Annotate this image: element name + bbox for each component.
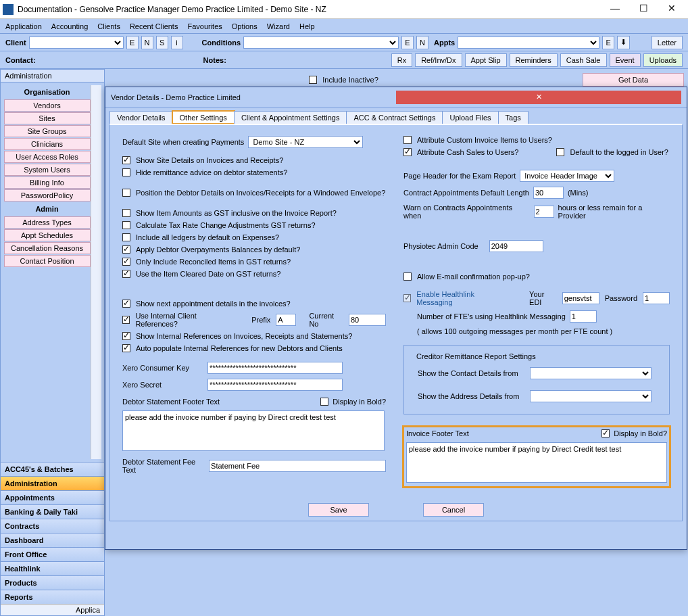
sidebar-btn-vendors[interactable]: Vendors bbox=[4, 99, 91, 112]
sidebar-btn-billing-info[interactable]: Billing Info bbox=[4, 176, 91, 189]
sidebar-header[interactable]: Administration bbox=[1, 70, 104, 82]
conditions-select[interactable] bbox=[243, 37, 399, 49]
nav-appointments[interactable]: Appointments bbox=[1, 490, 104, 504]
maximize-button[interactable]: ☐ bbox=[634, 3, 653, 16]
nav-reports[interactable]: Reports bbox=[1, 590, 104, 604]
currentno-input[interactable] bbox=[349, 314, 386, 326]
debtor-fee-input[interactable] bbox=[209, 460, 386, 472]
letter-button[interactable]: Letter bbox=[652, 36, 683, 49]
enable-healthlink-checkbox[interactable] bbox=[403, 294, 411, 302]
checkbox[interactable] bbox=[122, 189, 130, 197]
fte-input[interactable] bbox=[570, 310, 597, 323]
your-edi-input[interactable] bbox=[562, 292, 599, 304]
menu-help[interactable]: Help bbox=[299, 22, 315, 30]
xero-secret-input[interactable] bbox=[207, 379, 343, 391]
allow-email-checkbox[interactable] bbox=[403, 273, 412, 281]
appts-e-button[interactable]: E bbox=[602, 36, 614, 49]
warn-contracts-input[interactable] bbox=[534, 206, 554, 218]
menu-wizard[interactable]: Wizard bbox=[267, 22, 290, 30]
xero-consumer-key-input[interactable] bbox=[207, 362, 343, 374]
checkbox[interactable] bbox=[122, 300, 130, 308]
cancel-button[interactable]: Cancel bbox=[423, 503, 484, 517]
default-logged-checkbox[interactable] bbox=[556, 148, 564, 156]
invoice-footer-textarea[interactable]: please add the invoice number if paying … bbox=[406, 442, 667, 483]
cash-sale-button[interactable]: Cash Sale bbox=[560, 53, 607, 67]
nav-front-office[interactable]: Front Office bbox=[1, 547, 104, 561]
contract-length-input[interactable] bbox=[533, 187, 564, 199]
sidebar-btn-sites[interactable]: Sites bbox=[4, 112, 91, 124]
checkbox[interactable] bbox=[122, 258, 130, 266]
client-e-button[interactable]: E bbox=[126, 36, 139, 49]
appt-slip-button[interactable]: Appt Slip bbox=[465, 53, 507, 67]
checkbox[interactable] bbox=[122, 233, 130, 241]
menu-accounting[interactable]: Accounting bbox=[51, 22, 88, 30]
tab-vendor-details[interactable]: Vendor Details bbox=[109, 111, 173, 124]
nav-acc-s-batches[interactable]: ACC45's & Batches bbox=[1, 462, 104, 476]
attr-custom-checkbox[interactable] bbox=[403, 136, 412, 144]
password-input[interactable] bbox=[643, 292, 670, 304]
sidebar-btn-system-users[interactable]: System Users bbox=[4, 164, 91, 176]
default-site-select[interactable]: Demo Site - NZ bbox=[248, 136, 363, 148]
sidebar-btn-passwordpolicy[interactable]: PasswordPolicy bbox=[4, 189, 91, 202]
client-select[interactable] bbox=[29, 37, 124, 49]
include-inactive-checkbox[interactable] bbox=[309, 76, 317, 84]
sidebar-btn-user-access-roles[interactable]: User Access Roles bbox=[4, 151, 91, 163]
checkbox[interactable] bbox=[122, 332, 130, 340]
tab-other-settings[interactable]: Other Settings bbox=[172, 111, 235, 124]
nav-contracts[interactable]: Contracts bbox=[1, 519, 104, 533]
client-s-button[interactable]: S bbox=[156, 36, 168, 49]
minimize-button[interactable]: — bbox=[606, 3, 624, 16]
reminders-button[interactable]: Reminders bbox=[510, 53, 558, 67]
tab-tags[interactable]: Tags bbox=[498, 111, 529, 124]
save-button[interactable]: Save bbox=[308, 503, 369, 517]
sidebar-btn-appt-schedules[interactable]: Appt Schedules bbox=[4, 229, 91, 241]
attr-cash-checkbox[interactable] bbox=[403, 148, 412, 156]
nav-banking-daily-taki[interactable]: Banking & Daily Taki bbox=[1, 504, 104, 519]
checkbox[interactable] bbox=[122, 270, 130, 278]
checkbox[interactable] bbox=[122, 168, 130, 176]
debtor-statement-footer-textarea[interactable]: please add the invoice number if paying … bbox=[122, 410, 385, 451]
checkbox[interactable] bbox=[122, 344, 130, 352]
event-button[interactable]: Event bbox=[610, 53, 641, 67]
tab-acc-contract-settings[interactable]: ACC & Contract Settings bbox=[346, 111, 443, 124]
physiotec-input[interactable] bbox=[489, 240, 543, 252]
show-address-select[interactable] bbox=[530, 390, 652, 402]
conditions-e-button[interactable]: E bbox=[401, 36, 414, 49]
checkbox[interactable] bbox=[122, 221, 130, 229]
nav-products[interactable]: Products bbox=[1, 575, 104, 590]
appts-select[interactable] bbox=[458, 37, 599, 49]
download-icon[interactable]: ⬇ bbox=[617, 36, 630, 49]
rx-button[interactable]: Rx bbox=[391, 53, 412, 67]
nav-dashboard[interactable]: Dashboard bbox=[1, 533, 104, 547]
sidebar-btn-address-types[interactable]: Address Types bbox=[4, 216, 91, 229]
checkbox[interactable] bbox=[122, 245, 130, 254]
tab-upload-files[interactable]: Upload Files bbox=[442, 111, 498, 124]
checkbox[interactable] bbox=[122, 156, 130, 164]
sidebar-btn-site-groups[interactable]: Site Groups bbox=[4, 125, 91, 137]
menu-options[interactable]: Options bbox=[232, 22, 257, 30]
sidebar-btn-cancellation-reasons[interactable]: Cancellation Reasons bbox=[4, 242, 91, 254]
invoice-display-bold-checkbox[interactable] bbox=[601, 429, 610, 437]
menu-favourites[interactable]: Favourites bbox=[187, 22, 222, 30]
menu-application[interactable]: Application bbox=[5, 22, 42, 30]
client-i-button[interactable]: i bbox=[171, 36, 183, 49]
prefix-input[interactable] bbox=[276, 314, 296, 326]
show-contact-select[interactable] bbox=[530, 367, 652, 379]
nav-administration[interactable]: Administration bbox=[1, 476, 104, 490]
menu-recent-clients[interactable]: Recent Clients bbox=[130, 22, 178, 30]
checkbox[interactable] bbox=[122, 209, 130, 217]
uploads-button[interactable]: Uploads bbox=[643, 53, 683, 67]
debtor-display-bold-checkbox[interactable] bbox=[320, 398, 328, 406]
checkbox[interactable] bbox=[122, 316, 130, 324]
nav-healthlink[interactable]: Healthlink bbox=[1, 561, 104, 575]
menu-clients[interactable]: Clients bbox=[97, 22, 120, 30]
conditions-n-button[interactable]: N bbox=[416, 36, 428, 49]
sidebar-btn-contact-position[interactable]: Contact Position bbox=[4, 255, 91, 267]
page-header-select[interactable]: Invoice Header Image bbox=[520, 170, 614, 182]
sidebar-btn-clinicians[interactable]: Clinicians bbox=[4, 138, 91, 150]
ref-inv-dx-button[interactable]: Ref/Inv/Dx bbox=[415, 53, 462, 67]
close-button[interactable]: ✕ bbox=[662, 3, 681, 16]
sidebar-scrollbar[interactable] bbox=[91, 85, 101, 459]
tab-client-appointment-settings[interactable]: Client & Appointment Settings bbox=[234, 111, 347, 124]
client-n-button[interactable]: N bbox=[141, 36, 153, 49]
